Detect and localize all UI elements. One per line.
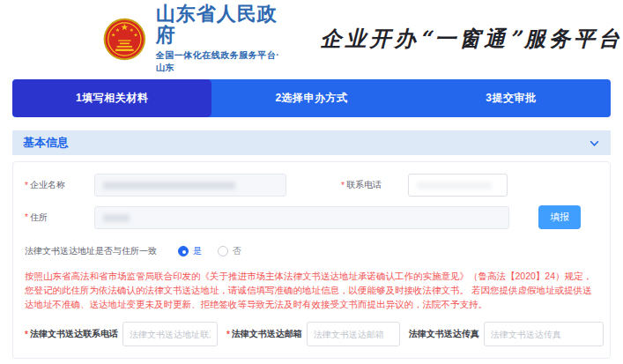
radio-yes-label: 是	[193, 245, 202, 257]
redacted-value	[417, 182, 492, 189]
radio-unselected-icon[interactable]	[218, 246, 228, 256]
section-title: 基本信息	[23, 135, 69, 151]
step-2-choose-method[interactable]: 2选择申办方式	[211, 79, 411, 117]
delivery-phone-label: * 法律文书送达联系电话	[25, 328, 118, 340]
enterprise-name-label: * 企业名称	[25, 179, 94, 191]
address-match-label: 法律文书送达地址是否与住所一致	[25, 245, 157, 257]
delivery-email-input[interactable]	[307, 322, 400, 346]
required-marker: *	[226, 330, 230, 339]
delivery-email-label: * 法律文书送达邮箱	[226, 328, 302, 340]
required-marker: *	[25, 212, 28, 222]
address-input	[94, 206, 509, 229]
step-3-submit-approval[interactable]: 3提交审批	[412, 79, 611, 117]
address-label-text: 住所	[30, 212, 48, 224]
site-header: 山东省人民政府 全国一体化在线政务服务平台·山东 企业开办“一窗通”服务平台	[0, 0, 623, 78]
step-1-fill-materials[interactable]: 1填写相关材料	[12, 79, 211, 117]
chevron-down-icon[interactable]	[589, 137, 600, 149]
site-title: 山东省人民政府	[156, 4, 287, 46]
enterprise-name-input	[94, 174, 286, 197]
required-marker: *	[25, 330, 28, 339]
fill-address-button[interactable]: 填报	[538, 205, 581, 229]
delivery-email-label-text: 法律文书送达邮箱	[232, 328, 302, 340]
form-row-3: 法律文书送达地址是否与住所一致 是 否	[25, 245, 603, 257]
platform-title: 企业开办“一窗通”服务平台	[320, 25, 623, 53]
form-row-4: * 法律文书送达联系电话 * 法律文书送达邮箱 法律文书送达传真	[25, 322, 603, 346]
delivery-fax-label: 法律文书送达传真	[409, 328, 479, 340]
legal-notice-text: 按照山东省高法和省市场监管局联合印发的《关于推进市场主体法律文书送达地址承诺确认…	[25, 269, 603, 311]
contact-phone-label-text: 联系电话	[346, 179, 382, 191]
radio-no[interactable]: 否	[218, 245, 241, 257]
section-header-basic-info[interactable]: 基本信息	[12, 130, 611, 155]
delivery-phone-label-text: 法律文书送达联系电话	[30, 328, 118, 340]
address-label: * 住所	[25, 212, 94, 224]
radio-no-label: 否	[233, 245, 241, 257]
redacted-value	[103, 182, 235, 189]
steps-bar: 1填写相关材料 2选择申办方式 3提交审批	[12, 79, 611, 117]
redacted-value	[103, 214, 130, 222]
delivery-fax-label-text: 法律文书送达传真	[409, 328, 479, 340]
contact-phone-label: * 联系电话	[341, 179, 408, 191]
delivery-fax-input[interactable]	[484, 322, 604, 346]
national-emblem-icon	[102, 15, 147, 63]
brand-text: 山东省人民政府 全国一体化在线政务服务平台·山东	[156, 4, 287, 74]
brand: 山东省人民政府 全国一体化在线政务服务平台·山东	[102, 4, 286, 74]
form-row-2: * 住所 填报	[25, 205, 603, 229]
radio-yes[interactable]: 是	[178, 245, 202, 257]
radio-selected-icon[interactable]	[178, 246, 189, 256]
required-marker: *	[25, 181, 28, 190]
enterprise-name-label-text: 企业名称	[30, 179, 65, 191]
required-marker: *	[341, 181, 345, 190]
basic-info-panel: * 企业名称 * 联系电话 * 住所 填报 法律文书送达地址是否与住所一致 是	[12, 161, 611, 359]
form-row-1: * 企业名称 * 联系电话	[25, 174, 603, 197]
contact-phone-input[interactable]	[408, 174, 508, 197]
delivery-phone-input[interactable]	[122, 322, 218, 346]
site-subtitle: 全国一体化在线政务服务平台·山东	[156, 49, 287, 74]
